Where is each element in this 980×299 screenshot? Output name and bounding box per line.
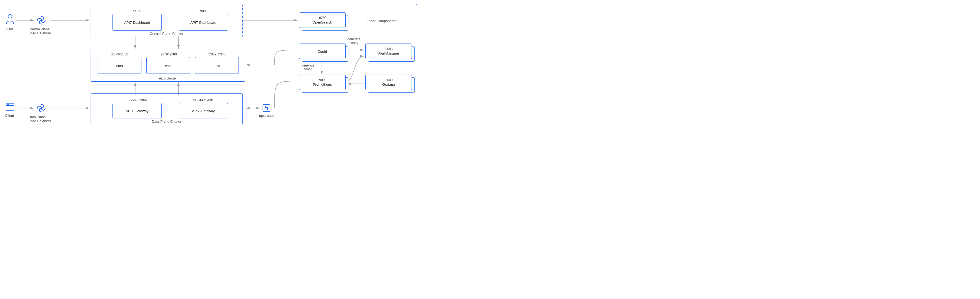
svg-rect-7 bbox=[263, 105, 270, 112]
control-plane-label: Control-Plane Cluster bbox=[91, 30, 242, 36]
grafana-node: :3000 Grafana bbox=[365, 75, 412, 90]
node-name: API7-Dashboard bbox=[124, 21, 150, 25]
node-port: :80/:443/:9091 bbox=[127, 99, 148, 102]
svg-rect-9 bbox=[267, 107, 268, 110]
node-name: OpenSearch bbox=[313, 20, 332, 24]
etcd-node: :2379/:2380 etcd bbox=[146, 57, 190, 74]
node-port: :2379/:2380 bbox=[159, 52, 177, 56]
dashboard-node: :9000 API7-Dashboard bbox=[179, 14, 228, 30]
node-port: :80/:443/:9091 bbox=[193, 99, 214, 102]
node-name: etcd bbox=[116, 64, 123, 68]
alertmanager-node: :9093 AlertManager bbox=[365, 43, 412, 59]
node-name: API7-Dashboard bbox=[190, 21, 216, 25]
etcd-node: :2379/:2380 etcd bbox=[195, 57, 239, 74]
control-plane-cluster: :9000 API7-Dashboard :9000 API7-Dashboar… bbox=[91, 4, 243, 37]
edge-label-confd-prom: generate config bbox=[302, 64, 314, 71]
node-name: AlertManager bbox=[378, 51, 399, 56]
svg-rect-8 bbox=[265, 106, 266, 108]
node-name: Prometheus bbox=[313, 83, 332, 86]
node-port: :9090 bbox=[318, 78, 326, 82]
confd-node: Confd bbox=[299, 43, 345, 59]
user-label: User bbox=[0, 27, 29, 31]
control-lb-icon bbox=[36, 15, 47, 27]
etcd-node: :2379/:2380 etcd bbox=[98, 57, 142, 74]
etcd-cluster: :2379/:2380 etcd :2379/:2380 etcd :2379/… bbox=[91, 49, 245, 82]
node-port: :9200 bbox=[318, 16, 326, 20]
node-name: Grafana bbox=[382, 83, 395, 86]
other-components-label: Other Components bbox=[355, 18, 409, 24]
node-port: :2379/:2380 bbox=[208, 52, 225, 56]
node-port: :2379/:2380 bbox=[111, 52, 128, 56]
node-name: etcd bbox=[165, 64, 172, 68]
user-icon bbox=[5, 14, 14, 25]
control-lb-label: Control Plane Load Balancer bbox=[29, 27, 66, 35]
gateway-node: :80/:443/:9091 API7-Gateway bbox=[179, 103, 228, 118]
node-name: etcd bbox=[214, 64, 220, 68]
node-port: :9000 bbox=[199, 9, 207, 13]
client-icon bbox=[5, 103, 14, 112]
edge-label-confd-alert: generate config bbox=[347, 37, 360, 45]
client-label: Client bbox=[0, 113, 29, 118]
svg-point-6 bbox=[8, 104, 9, 105]
gateway-node: :80/:443/:9091 API7-Gateway bbox=[113, 103, 162, 118]
upstream-label: upstream bbox=[247, 113, 285, 118]
data-lb-label: Data Plane Load Balancer bbox=[29, 115, 66, 123]
data-lb-icon bbox=[36, 103, 47, 115]
node-name: API7-Gateway bbox=[126, 109, 148, 113]
upstream-icon bbox=[262, 104, 270, 113]
data-plane-cluster: :80/:443/:9091 API7-Gateway :80/:443/:90… bbox=[91, 93, 243, 125]
svg-point-5 bbox=[7, 104, 8, 105]
data-plane-label: Data-Plane Cluster bbox=[91, 118, 242, 124]
other-components-cluster: Other Components :9200 OpenSearch Confd … bbox=[286, 4, 417, 99]
node-port: :9000 bbox=[133, 9, 141, 13]
prometheus-node: :9090 Prometheus bbox=[299, 75, 345, 90]
node-name: API7-Gateway bbox=[192, 109, 215, 113]
dashboard-node: :9000 API7-Dashboard bbox=[113, 14, 162, 30]
etcd-cluster-label: etcd cluster bbox=[91, 75, 245, 81]
svg-point-0 bbox=[8, 14, 12, 18]
node-name: Confd bbox=[318, 49, 327, 54]
node-port: :3000 bbox=[385, 78, 393, 82]
node-port: :9093 bbox=[385, 47, 393, 51]
opensearch-node: :9200 OpenSearch bbox=[299, 13, 345, 28]
